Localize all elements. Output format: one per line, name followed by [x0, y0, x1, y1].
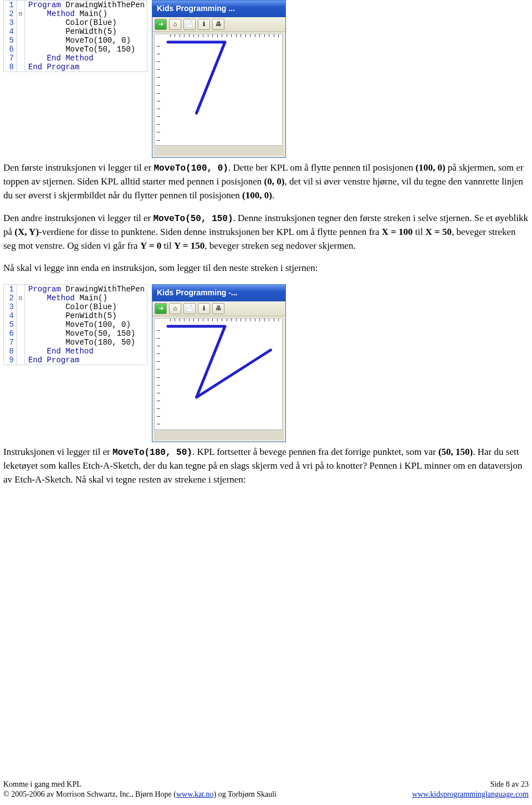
paragraph-4: Instruksjonen vi legger til er MoveTo(18…: [3, 445, 529, 486]
footer-copyright: © 2005-2006 av Morrison Schwartz, Inc., …: [3, 789, 277, 799]
code-line: 5 MoveTo(100, 0): [4, 36, 147, 45]
footer-right: Side 8 av 23 www.kidsprogramminglanguage…: [412, 780, 529, 799]
code-line: 7 End Method: [4, 54, 147, 63]
toolbar-button-4[interactable]: 🖶: [212, 303, 224, 314]
code-inline: MoveTo(50, 150): [154, 214, 233, 224]
code-editor-1: 1Program DrawingWithThePen2⊟ Method Main…: [3, 0, 147, 72]
window-title: Kids Programming -...: [157, 287, 237, 298]
code-line: 4 PenWidth(5): [4, 27, 147, 36]
figure-1: 1Program DrawingWithThePen2⊟ Method Main…: [3, 0, 529, 158]
code-inline: MoveTo(180, 50): [112, 448, 192, 458]
paragraph-2: Den andre instruksjonen vi legger til er…: [3, 212, 529, 253]
code-line: 2⊟ Method Main(): [4, 9, 147, 18]
code-line: 9End Program: [4, 356, 147, 365]
figure-2: 1Program DrawingWithThePen2⊟ Method Main…: [3, 284, 529, 442]
toolbar-button-2[interactable]: 📄: [183, 303, 196, 314]
footer-link-kpl[interactable]: www.kidsprogramminglanguage.com: [412, 790, 529, 798]
code-line: 1Program DrawingWithThePen: [4, 1, 147, 9]
toolbar-button-0[interactable]: ➜: [155, 303, 167, 314]
pen-drawing: [155, 319, 282, 429]
toolbar-button-3[interactable]: ℹ: [198, 303, 210, 314]
paragraph-3: Nå skal vi legge inn enda en instruksjon…: [3, 262, 529, 275]
toolbar: ➜⌂📄ℹ🖶: [152, 17, 285, 32]
footer-left: Komme i gang med KPL © 2005-2006 av Morr…: [3, 780, 277, 799]
code-inline: MoveTo(100, 0): [154, 163, 228, 173]
code-line: 8 End Method: [4, 347, 147, 356]
toolbar-button-0[interactable]: ➜: [155, 19, 167, 30]
drawing-canvas: [154, 318, 283, 430]
page-number: Side 8 av 23: [412, 780, 529, 789]
code-line: 5 MoveTo(100, 0): [4, 320, 147, 329]
pen-drawing: [155, 34, 282, 145]
paragraph-1: Den første instruksjonen vi legger til e…: [3, 161, 529, 202]
toolbar-button-1[interactable]: ⌂: [169, 303, 181, 314]
code-line: 2⊟ Method Main(): [4, 294, 147, 302]
toolbar-button-3[interactable]: ℹ: [198, 19, 210, 30]
code-line: 7 MoveTo(180, 50): [4, 338, 147, 347]
code-line: 1Program DrawingWithThePen: [4, 285, 147, 294]
kpl-window-1: Kids Programming ... ➜⌂📄ℹ🖶: [152, 0, 286, 158]
code-line: 3 Color(Blue): [4, 302, 147, 311]
code-line: 8End Program: [4, 63, 147, 71]
footer-doc-title: Komme i gang med KPL: [3, 780, 277, 789]
footer-link-katno[interactable]: www.kat.no: [176, 790, 214, 798]
page-footer: Komme i gang med KPL © 2005-2006 av Morr…: [3, 780, 529, 799]
toolbar-button-2[interactable]: 📄: [183, 19, 196, 30]
toolbar-button-4[interactable]: 🖶: [212, 19, 224, 30]
code-line: 6 MoveTo(50, 150): [4, 329, 147, 338]
code-line: 6 MoveTo(50, 150): [4, 45, 147, 54]
code-editor-2: 1Program DrawingWithThePen2⊟ Method Main…: [3, 284, 147, 365]
window-title: Kids Programming ...: [157, 3, 235, 14]
drawing-canvas: [154, 34, 283, 146]
kpl-window-2: Kids Programming -... ➜⌂📄ℹ🖶: [152, 284, 286, 442]
code-line: 3 Color(Blue): [4, 18, 147, 27]
toolbar-button-1[interactable]: ⌂: [169, 19, 181, 30]
toolbar: ➜⌂📄ℹ🖶: [152, 301, 285, 316]
titlebar: Kids Programming -...: [152, 285, 285, 301]
titlebar: Kids Programming ...: [152, 1, 285, 17]
code-line: 4 PenWidth(5): [4, 311, 147, 320]
